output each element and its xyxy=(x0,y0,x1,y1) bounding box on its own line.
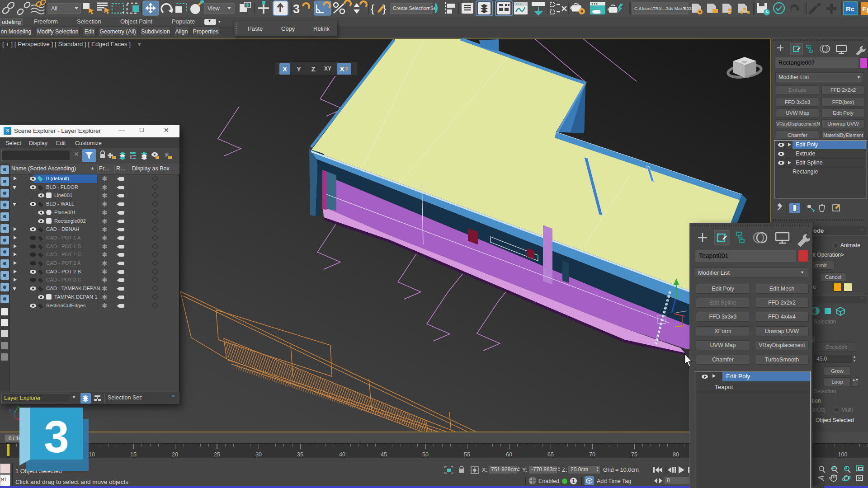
svg-text:Rc: Rc xyxy=(846,5,854,13)
svg-text:}: } xyxy=(382,2,386,14)
svg-text:All: All xyxy=(51,5,57,12)
svg-text:z: z xyxy=(9,408,12,413)
svg-text:Fp: Fp xyxy=(862,5,868,13)
svg-text:View: View xyxy=(208,5,220,12)
svg-text:TOP: TOP xyxy=(741,61,747,63)
svg-text:Create Selection Se: Create Selection Se xyxy=(393,5,436,11)
svg-text:3: 3 xyxy=(44,411,69,462)
svg-text:{: { xyxy=(371,2,374,14)
svg-text:3: 3 xyxy=(293,2,300,16)
